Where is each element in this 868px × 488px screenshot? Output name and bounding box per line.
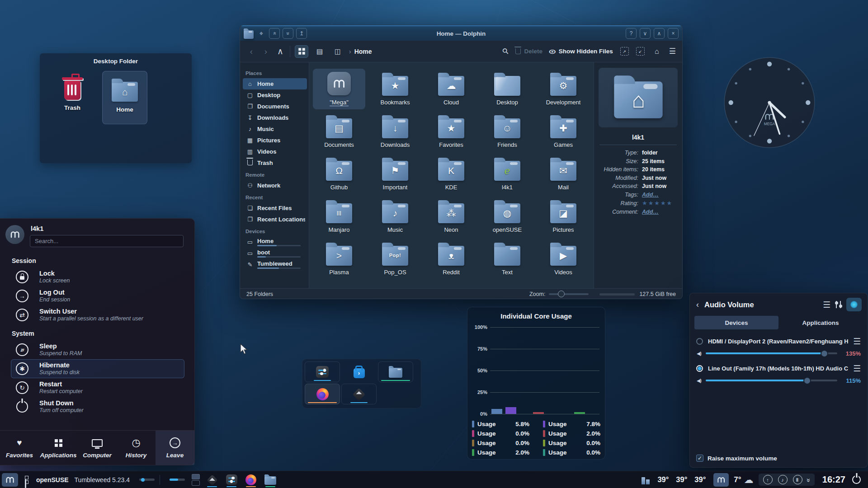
dock-item-dolphin[interactable]	[378, 361, 413, 382]
rating-stars[interactable]: ★★★★★	[642, 200, 673, 206]
window-list-icon[interactable]	[25, 476, 28, 484]
minimize-button[interactable]: ∨	[640, 28, 651, 39]
launcher-item-sleep[interactable]: zzSleepSuspend to RAM	[11, 340, 184, 359]
folder-item-plasma[interactable]: >Plasma	[313, 239, 365, 279]
folder-item-neon[interactable]: ⁂Neon	[425, 196, 477, 237]
device-menu-icon[interactable]: ☰	[853, 336, 861, 347]
places-item-documents[interactable]: ❐Documents	[243, 101, 307, 112]
places-item-downloads[interactable]: ↧Downloads	[243, 112, 307, 123]
launcher-item-shut-down[interactable]: Shut DownTurn off computer	[11, 397, 184, 416]
up-button[interactable]: ∧	[275, 46, 285, 56]
show-hidden-files-button[interactable]: ⊙ Show Hidden Files	[550, 48, 613, 55]
folder-item-music[interactable]: ♪Music	[369, 196, 421, 237]
scroll-up-button[interactable]: »	[269, 28, 280, 39]
folder-item-pictures[interactable]: ◪Pictures	[537, 196, 590, 237]
folder-item-text[interactable]: Text	[481, 239, 533, 279]
folder-item-desktop[interactable]: Desktop	[481, 69, 533, 109]
user-avatar[interactable]	[5, 225, 24, 244]
folder-item-videos[interactable]: ▶Videos	[537, 239, 590, 279]
zoom-slider-knob[interactable]	[558, 291, 565, 297]
places-item-recent-files[interactable]: ❏Recent Files	[243, 202, 307, 214]
device-radio[interactable]	[696, 365, 703, 372]
breadcrumb[interactable]: › Home	[349, 48, 372, 55]
task-dolphin[interactable]	[263, 472, 278, 488]
icons-view-button[interactable]	[295, 45, 308, 58]
dolphin-titlebar[interactable]: Home — Dolphin ⌖ » » ↥ ? ∨ ∧ ×	[240, 25, 682, 41]
launcher-item-lock[interactable]: LockLock screen	[11, 267, 184, 286]
launcher-item-restart[interactable]: ↻RestartRestart computer	[11, 378, 184, 397]
volume-slider[interactable]	[706, 352, 837, 354]
digital-clock[interactable]: 16:27	[822, 474, 845, 485]
folder-item-pop-os[interactable]: Pop!Pop_OS	[369, 239, 421, 279]
scroll-top-button[interactable]: ↥	[296, 28, 307, 39]
device-menu-icon[interactable]: ☰	[853, 363, 861, 374]
desktop-item-home[interactable]: ⌂ Home	[102, 71, 147, 124]
task-system-settings[interactable]	[224, 472, 239, 488]
folder-item-important[interactable]: ⚑Important	[369, 154, 421, 194]
launcher-tab-history[interactable]: ◷History	[117, 431, 156, 465]
expand-view-icon[interactable]: ↗	[620, 47, 629, 56]
zoom-slider[interactable]	[549, 293, 589, 295]
media-player-tray-icon[interactable]: ♪	[778, 475, 788, 484]
device-radio[interactable]	[696, 338, 703, 345]
folder-item-mail[interactable]: ✉Mail	[537, 154, 590, 194]
checkbox-checked[interactable]: ✓	[696, 455, 703, 462]
places-item-tumbleweed[interactable]: ✎Tumbleweed	[243, 259, 307, 270]
tray-expander-icon[interactable]: »	[805, 479, 813, 481]
places-item-music[interactable]: ♪Music	[243, 123, 307, 135]
folder-item-games[interactable]: ✚Games	[537, 111, 590, 152]
folder-item-cloud[interactable]: ☁Cloud	[425, 69, 477, 109]
close-button[interactable]: ×	[668, 28, 679, 39]
speaker-icon[interactable]: ◀)	[697, 351, 701, 357]
pause-tray-icon[interactable]: ‖	[793, 475, 802, 484]
folder-item-kde[interactable]: KKDE	[425, 154, 477, 194]
places-item-recent-locations[interactable]: ❐Recent Locations	[243, 214, 307, 225]
info-add-link[interactable]: Add…	[642, 209, 659, 215]
launcher-button[interactable]	[2, 473, 18, 487]
folder-item--mega-[interactable]: "Mega"	[313, 69, 365, 109]
delete-button[interactable]: Delete	[515, 48, 542, 55]
places-item-videos[interactable]: ▥Videos	[243, 146, 307, 157]
folder-item-opensuse[interactable]: ◍openSUSE	[481, 196, 533, 237]
places-item-trash[interactable]: Trash	[243, 157, 307, 169]
hamburger-menu-icon[interactable]: ☰	[823, 300, 830, 310]
places-item-desktop[interactable]: ▢Desktop	[243, 89, 307, 101]
places-item-home[interactable]: ⌂Home	[243, 78, 307, 89]
folder-item-development[interactable]: ⚙Development	[537, 69, 590, 109]
task-dark-diamond-app[interactable]	[205, 472, 219, 488]
folder-item-bookmarks[interactable]: ★Bookmarks	[369, 69, 421, 109]
folder-item-downloads[interactable]: ↓Downloads	[369, 111, 421, 152]
folder-item-l4k1[interactable]: ℯl4k1	[481, 154, 533, 194]
task-firefox[interactable]	[244, 472, 258, 488]
dock-item-system-settings[interactable]	[305, 361, 340, 382]
location-pin-icon[interactable]: ⌖	[256, 28, 266, 38]
audio-tab-devices[interactable]: Devices	[694, 316, 778, 329]
mega-tray-button[interactable]	[713, 473, 729, 487]
home-button[interactable]: ⌂	[652, 47, 662, 56]
hamburger-menu-icon[interactable]: ☰	[669, 47, 676, 56]
folder-item-favorites[interactable]: ★Favorites	[425, 111, 477, 152]
audio-tab-applications[interactable]: Applications	[778, 316, 863, 329]
panel-slider-2[interactable]	[170, 479, 185, 481]
help-button[interactable]: ?	[626, 28, 637, 39]
details-view-button[interactable]: ▤	[313, 45, 326, 58]
launcher-tab-favorites[interactable]: ♥Favorites	[0, 431, 39, 465]
launcher-tab-computer[interactable]: Computer	[78, 431, 117, 465]
folder-item-manjaro[interactable]: |||Manjaro	[313, 196, 365, 237]
weather-widget[interactable]: 7° ☁	[734, 474, 753, 485]
places-item-boot[interactable]: ▭boot	[243, 248, 307, 259]
folder-item-documents[interactable]: ▤Documents	[313, 111, 365, 152]
maximize-button[interactable]: ∧	[654, 28, 665, 39]
folder-item-github[interactable]: ΩGithub	[313, 154, 365, 194]
launcher-item-hibernate[interactable]: ✱HibernateSuspend to disk	[11, 359, 184, 378]
raise-max-volume-row[interactable]: ✓ Raise maximum volume	[696, 455, 777, 462]
dock-item-firefox[interactable]	[305, 384, 340, 404]
places-item-home[interactable]: ▭Home	[243, 236, 307, 248]
leave-power-icon[interactable]	[852, 475, 861, 484]
audio-indicator-button[interactable]	[846, 298, 862, 311]
search-icon[interactable]: ⚲	[500, 46, 511, 57]
launcher-tab-applications[interactable]: Applications	[39, 431, 78, 465]
volume-slider-knob[interactable]	[803, 377, 811, 385]
mixer-icon[interactable]	[836, 300, 841, 309]
search-input[interactable]	[30, 235, 184, 247]
